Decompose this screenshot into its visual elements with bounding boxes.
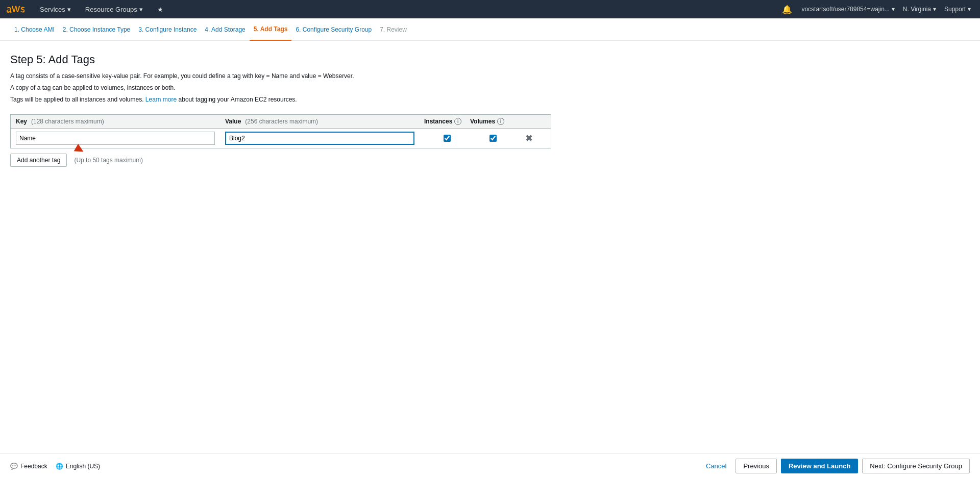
col-volumes-header: Volumes i xyxy=(470,118,516,125)
description-2: A copy of a tag can be applied to volume… xyxy=(10,83,970,93)
step-7-review: 7. Review xyxy=(376,18,411,41)
step-6-security[interactable]: 6. Configure Security Group xyxy=(291,18,376,41)
bookmarks-button[interactable]: ★ xyxy=(154,0,166,18)
main-content: Step 5: Add Tags A tag consists of a cas… xyxy=(0,41,980,179)
services-chevron-icon: ▾ xyxy=(67,6,71,13)
wizard-steps: 1. Choose AMI 2. Choose Instance Type 3.… xyxy=(0,18,980,41)
col-value-header: Value (256 characters maximum) xyxy=(225,118,424,125)
tag-key-input[interactable] xyxy=(16,132,215,145)
resource-groups-chevron-icon: ▾ xyxy=(139,6,143,13)
add-tag-section: Add another tag (Up to 50 tags maximum) … xyxy=(10,154,970,167)
description-3: Tags will be applied to all instances an… xyxy=(10,95,970,105)
description-1: A tag consists of a case-sensitive key-v… xyxy=(10,71,970,81)
volumes-checkbox[interactable] xyxy=(489,135,497,142)
instances-info-icon[interactable]: i xyxy=(454,118,461,125)
remove-tag-cell: ✖ xyxy=(516,133,542,144)
col-instances-header: Instances i xyxy=(424,118,470,125)
add-tag-hint: (Up to 50 tags maximum) xyxy=(74,157,143,164)
remove-tag-button[interactable]: ✖ xyxy=(525,133,533,144)
tag-key-cell xyxy=(16,132,225,145)
aws-logo[interactable] xyxy=(6,3,24,15)
support-menu[interactable]: Support ▾ xyxy=(941,0,974,18)
page-title: Step 5: Add Tags xyxy=(10,53,970,66)
resource-groups-menu[interactable]: Resource Groups ▾ xyxy=(82,0,146,18)
step-1-choose-ami[interactable]: 1. Choose AMI xyxy=(10,18,59,41)
tag-value-cell xyxy=(225,132,424,145)
step-2-choose-type[interactable]: 2. Choose Instance Type xyxy=(59,18,135,41)
region-chevron-icon: ▾ xyxy=(933,6,936,13)
user-menu[interactable]: vocstartsoft/user789854=wajin... ▾ xyxy=(798,0,897,18)
add-tag-button[interactable]: Add another tag xyxy=(10,154,67,167)
user-chevron-icon: ▾ xyxy=(892,6,895,13)
col-key-header: Key (128 characters maximum) xyxy=(16,118,225,125)
instances-checkbox[interactable] xyxy=(444,135,451,142)
step-5-tags[interactable]: 5. Add Tags xyxy=(250,18,292,41)
star-icon: ★ xyxy=(157,6,163,13)
step-3-configure[interactable]: 3. Configure Instance xyxy=(134,18,201,41)
navbar: Services ▾ Resource Groups ▾ ★ 🔔 vocstar… xyxy=(0,0,980,18)
volumes-info-icon[interactable]: i xyxy=(497,118,504,125)
instances-checkbox-cell xyxy=(424,135,470,142)
navbar-right: 🔔 vocstartsoft/user789854=wajin... ▾ N. … xyxy=(782,0,974,18)
notifications-icon[interactable]: 🔔 xyxy=(782,5,792,14)
services-menu[interactable]: Services ▾ xyxy=(37,0,74,18)
tag-value-input[interactable] xyxy=(225,132,414,145)
learn-more-link[interactable]: Learn more xyxy=(145,96,179,103)
tags-table: Key (128 characters maximum) Value (256 … xyxy=(10,114,551,148)
region-menu[interactable]: N. Virginia ▾ xyxy=(900,0,939,18)
support-chevron-icon: ▾ xyxy=(968,6,971,13)
step-4-storage[interactable]: 4. Add Storage xyxy=(201,18,249,41)
table-row: ✖ xyxy=(10,129,551,148)
volumes-checkbox-cell xyxy=(470,135,516,142)
table-header: Key (128 characters maximum) Value (256 … xyxy=(10,114,551,129)
